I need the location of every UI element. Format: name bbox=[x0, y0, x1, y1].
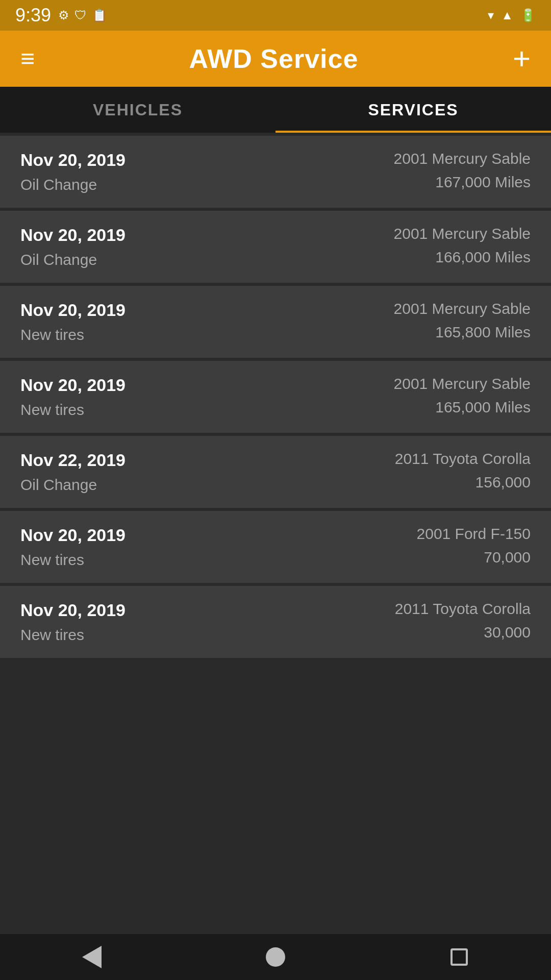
tab-services-label: SERVICES bbox=[368, 101, 458, 119]
service-mileage-3: 165,000 Miles bbox=[394, 399, 531, 416]
service-date-6: Nov 20, 2019 bbox=[20, 600, 126, 620]
service-left-5: Nov 20, 2019 New tires bbox=[20, 525, 126, 569]
service-date-5: Nov 20, 2019 bbox=[20, 525, 126, 545]
service-date-4: Nov 22, 2019 bbox=[20, 450, 126, 470]
service-date-1: Nov 20, 2019 bbox=[20, 225, 126, 245]
service-vehicle-3: 2001 Mercury Sable bbox=[394, 375, 531, 393]
tab-services[interactable]: SERVICES bbox=[276, 87, 551, 133]
service-vehicle-0: 2001 Mercury Sable bbox=[394, 150, 531, 167]
service-mileage-6: 30,000 bbox=[395, 624, 531, 641]
service-mileage-2: 165,800 Miles bbox=[394, 324, 531, 341]
service-left-6: Nov 20, 2019 New tires bbox=[20, 600, 126, 644]
service-right-4: 2011 Toyota Corolla 156,000 bbox=[395, 450, 531, 491]
service-item[interactable]: Nov 20, 2019 Oil Change 2001 Mercury Sab… bbox=[0, 136, 551, 208]
service-mileage-1: 166,000 Miles bbox=[394, 249, 531, 266]
wifi-icon: ▾ bbox=[488, 8, 494, 22]
service-right-1: 2001 Mercury Sable 166,000 Miles bbox=[394, 225, 531, 266]
service-type-1: Oil Change bbox=[20, 251, 126, 268]
service-type-0: Oil Change bbox=[20, 176, 126, 193]
status-icons: ⚙ 🛡 📋 bbox=[58, 8, 107, 22]
back-button[interactable] bbox=[71, 937, 112, 977]
service-type-6: New tires bbox=[20, 626, 126, 644]
service-item[interactable]: Nov 20, 2019 New tires 2001 Mercury Sabl… bbox=[0, 286, 551, 358]
service-type-5: New tires bbox=[20, 551, 126, 569]
home-button[interactable] bbox=[255, 937, 296, 977]
service-vehicle-1: 2001 Mercury Sable bbox=[394, 225, 531, 242]
service-left-0: Nov 20, 2019 Oil Change bbox=[20, 150, 126, 193]
service-item[interactable]: Nov 22, 2019 Oil Change 2011 Toyota Coro… bbox=[0, 436, 551, 508]
service-list: Nov 20, 2019 Oil Change 2001 Mercury Sab… bbox=[0, 133, 551, 934]
status-bar-left: 9:39 ⚙ 🛡 📋 bbox=[15, 5, 107, 26]
service-right-6: 2011 Toyota Corolla 30,000 bbox=[395, 600, 531, 641]
battery-icon: 🔋 bbox=[520, 8, 536, 22]
add-button[interactable]: + bbox=[513, 43, 531, 74]
service-vehicle-2: 2001 Mercury Sable bbox=[394, 300, 531, 317]
service-item[interactable]: Nov 20, 2019 Oil Change 2001 Mercury Sab… bbox=[0, 211, 551, 283]
tab-vehicles[interactable]: VEHICLES bbox=[0, 87, 276, 133]
service-vehicle-5: 2001 Ford F-150 bbox=[417, 525, 531, 543]
tab-vehicles-label: VEHICLES bbox=[93, 101, 183, 119]
service-vehicle-6: 2011 Toyota Corolla bbox=[395, 600, 531, 618]
service-type-2: New tires bbox=[20, 326, 126, 344]
shield-icon: 🛡 bbox=[74, 8, 87, 22]
service-mileage-4: 156,000 bbox=[395, 474, 531, 491]
service-item[interactable]: Nov 20, 2019 New tires 2001 Mercury Sabl… bbox=[0, 361, 551, 433]
status-bar: 9:39 ⚙ 🛡 📋 ▾ ▲ 🔋 bbox=[0, 0, 551, 31]
home-icon bbox=[266, 947, 285, 967]
service-right-3: 2001 Mercury Sable 165,000 Miles bbox=[394, 375, 531, 416]
service-date-3: Nov 20, 2019 bbox=[20, 375, 126, 395]
service-vehicle-4: 2011 Toyota Corolla bbox=[395, 450, 531, 468]
service-date-0: Nov 20, 2019 bbox=[20, 150, 126, 170]
service-right-0: 2001 Mercury Sable 167,000 Miles bbox=[394, 150, 531, 191]
signal-icon: ▲ bbox=[501, 8, 513, 22]
status-bar-right: ▾ ▲ 🔋 bbox=[488, 8, 536, 22]
settings-icon: ⚙ bbox=[58, 8, 69, 22]
service-left-2: Nov 20, 2019 New tires bbox=[20, 300, 126, 344]
service-date-2: Nov 20, 2019 bbox=[20, 300, 126, 320]
service-mileage-0: 167,000 Miles bbox=[394, 174, 531, 191]
service-left-3: Nov 20, 2019 New tires bbox=[20, 375, 126, 419]
service-right-5: 2001 Ford F-150 70,000 bbox=[417, 525, 531, 566]
service-right-2: 2001 Mercury Sable 165,800 Miles bbox=[394, 300, 531, 341]
recent-icon bbox=[450, 948, 468, 966]
service-left-4: Nov 22, 2019 Oil Change bbox=[20, 450, 126, 494]
service-type-3: New tires bbox=[20, 401, 126, 419]
back-icon bbox=[82, 946, 102, 968]
header: ≡ AWD Service + bbox=[0, 31, 551, 87]
service-item[interactable]: Nov 20, 2019 New tires 2011 Toyota Corol… bbox=[0, 586, 551, 658]
bottom-nav bbox=[0, 934, 551, 980]
status-time: 9:39 bbox=[15, 5, 51, 26]
tabs: VEHICLES SERVICES bbox=[0, 87, 551, 133]
recent-button[interactable] bbox=[439, 937, 480, 977]
app-title: AWD Service bbox=[189, 43, 359, 74]
clipboard-icon: 📋 bbox=[92, 8, 107, 22]
service-left-1: Nov 20, 2019 Oil Change bbox=[20, 225, 126, 268]
service-mileage-5: 70,000 bbox=[417, 549, 531, 566]
menu-icon[interactable]: ≡ bbox=[20, 46, 35, 71]
service-item[interactable]: Nov 20, 2019 New tires 2001 Ford F-150 7… bbox=[0, 511, 551, 583]
service-type-4: Oil Change bbox=[20, 476, 126, 494]
